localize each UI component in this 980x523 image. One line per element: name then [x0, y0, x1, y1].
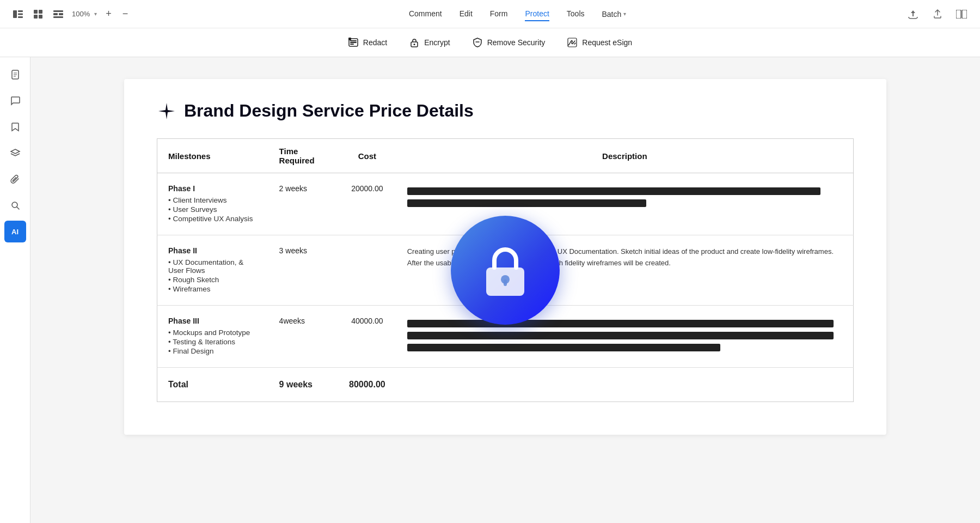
svg-rect-12: [956, 10, 961, 19]
svg-rect-3: [18, 16, 23, 18]
redact-icon: [348, 37, 359, 48]
table-row: Phase I • Client Interviews • User Surve…: [157, 173, 854, 235]
ai-label: AI: [11, 228, 19, 236]
sparkle-icon: [157, 101, 176, 121]
nav-protect[interactable]: Protect: [525, 7, 549, 21]
phase-1-description: [396, 173, 854, 235]
phase-3-description: [396, 306, 854, 368]
phase-3-time: 4weeks: [268, 306, 338, 368]
nav-edit[interactable]: Edit: [460, 7, 473, 21]
phase-2-item-1: • UX Documentation, & User Flows: [168, 258, 258, 275]
nav-comment[interactable]: Comment: [409, 7, 442, 21]
phase-2-time: 3 weeks: [268, 235, 338, 306]
request-esign-button[interactable]: Request eSign: [567, 37, 632, 48]
search-icon: [10, 200, 21, 211]
content-area: Brand Design Service Price Details Miles…: [30, 57, 980, 523]
phase-2-cost: [338, 235, 396, 306]
nav-tools[interactable]: Tools: [567, 7, 585, 21]
encrypt-button[interactable]: Encrypt: [409, 37, 450, 48]
desc-bar: [407, 344, 720, 351]
zoom-chevron-icon: ▾: [94, 11, 97, 17]
svg-rect-5: [39, 10, 42, 14]
zoom-in-icon[interactable]: +: [103, 6, 114, 22]
phase-3-desc-bars: [407, 317, 842, 351]
table-wrapper: Milestones Time Required Cost Descriptio…: [157, 138, 854, 402]
phase-3-cost: 40000.00: [338, 306, 396, 368]
phase-1-item-1: • Client Interviews: [168, 196, 258, 204]
sidebar-item-layers[interactable]: [4, 142, 26, 164]
sidebar-item-ai[interactable]: AI: [4, 221, 26, 242]
phase-3-item-1: • Mockups and Prototype: [168, 329, 258, 337]
upload-cloud-icon[interactable]: [905, 7, 921, 21]
share-icon[interactable]: [930, 7, 945, 22]
top-bar: 100% ▾ + − Comment Edit Form Protect Too…: [0, 0, 980, 57]
total-cost: 80000.00: [338, 368, 396, 402]
phase-2-milestones: Phase II • UX Documentation, & User Flow…: [157, 235, 268, 306]
sidebar-item-attachments[interactable]: [4, 168, 26, 190]
document: Brand Design Service Price Details Miles…: [124, 79, 886, 435]
zoom-control[interactable]: 100% ▾: [72, 10, 97, 18]
phase-1-milestones: Phase I • Client Interviews • User Surve…: [157, 173, 268, 235]
layers-icon: [10, 148, 21, 159]
shield-remove-icon: [472, 37, 483, 48]
col-description: Description: [396, 139, 854, 173]
table-row: Phase II • UX Documentation, & User Flow…: [157, 235, 854, 306]
col-cost: Cost: [338, 139, 396, 173]
phase-1-item-3: • Competitive UX Analysis: [168, 215, 258, 223]
phase-1-time: 2 weeks: [268, 173, 338, 235]
total-label: Total: [157, 368, 268, 402]
zoom-out-icon[interactable]: −: [120, 6, 131, 22]
bookmark-icon: [10, 121, 21, 132]
redact-label: Redact: [363, 38, 387, 47]
svg-rect-6: [34, 15, 38, 19]
total-desc: [396, 368, 854, 402]
svg-rect-9: [53, 13, 58, 15]
sidebar-item-comment[interactable]: [4, 90, 26, 112]
phase-2-description: Creating user personas and flows based o…: [396, 235, 854, 306]
col-milestones: Milestones: [157, 139, 268, 173]
svg-rect-2: [18, 13, 23, 15]
svg-rect-13: [962, 10, 967, 19]
col-time: Time Required: [268, 139, 338, 173]
svg-rect-8: [53, 10, 63, 12]
top-nav-center: Comment Edit Form Protect Tools Batch ▾: [130, 7, 905, 21]
total-time: 9 weeks: [268, 368, 338, 402]
svg-rect-7: [39, 15, 42, 19]
sidebar-item-search[interactable]: [4, 194, 26, 216]
nav-form[interactable]: Form: [490, 7, 508, 21]
doc-title-row: Brand Design Service Price Details: [157, 101, 854, 121]
phase-3-milestones: Phase III • Mockups and Prototype • Test…: [157, 306, 268, 368]
sub-toolbar: Redact Encrypt Remove Security Requ: [348, 28, 632, 57]
clip-icon: [10, 174, 21, 185]
request-esign-label: Request eSign: [582, 38, 632, 47]
desc-bar: [407, 320, 834, 327]
phase-2-item-2: • Rough Sketch: [168, 276, 258, 284]
document-title: Brand Design Service Price Details: [184, 101, 474, 121]
sidebar-item-bookmark[interactable]: [4, 116, 26, 138]
phase-1-desc-bars: [407, 184, 842, 207]
comment-icon: [10, 95, 21, 106]
sidebar: AI: [0, 57, 30, 523]
price-table: Milestones Time Required Cost Descriptio…: [157, 138, 854, 402]
nav-batch-label: Batch: [602, 10, 622, 19]
sidebar-toggle-icon[interactable]: [11, 8, 25, 20]
grid-view-icon[interactable]: [32, 8, 45, 21]
top-nav: 100% ▾ + − Comment Edit Form Protect Too…: [0, 0, 980, 28]
split-view-icon[interactable]: [954, 8, 969, 21]
svg-point-20: [414, 44, 415, 45]
batch-chevron-icon: ▾: [623, 11, 626, 17]
sidebar-item-page[interactable]: [4, 64, 26, 86]
zoom-value: 100%: [72, 10, 90, 18]
top-nav-right: [905, 7, 969, 22]
svg-rect-18: [348, 38, 351, 40]
phase-3-item-3: • Final Design: [168, 347, 258, 355]
redact-button[interactable]: Redact: [348, 37, 387, 48]
nav-batch[interactable]: Batch ▾: [602, 7, 627, 21]
table-view-icon[interactable]: [51, 8, 65, 20]
svg-rect-0: [13, 10, 17, 18]
remove-security-button[interactable]: Remove Security: [472, 37, 546, 48]
svg-rect-11: [53, 16, 63, 18]
phase-3-title: Phase III: [168, 317, 258, 325]
table-header-row: Milestones Time Required Cost Descriptio…: [157, 139, 854, 173]
page-icon: [10, 69, 21, 80]
